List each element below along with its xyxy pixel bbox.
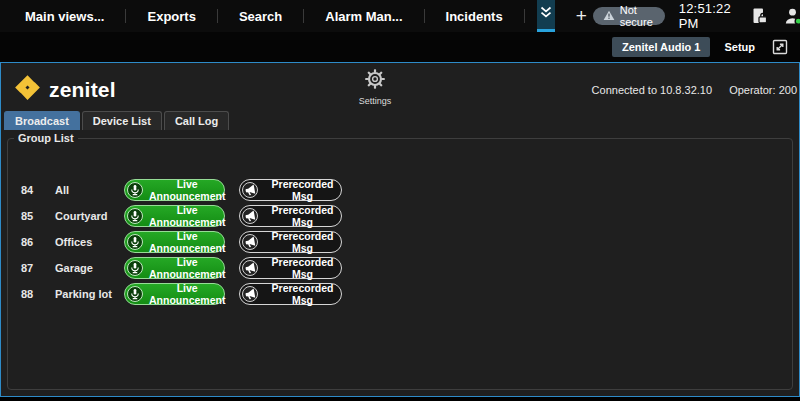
group-name: Courtyard [55,210,124,222]
microphone-icon [127,260,143,276]
tab-call-log[interactable]: Call Log [164,111,229,130]
workspace-tab[interactable]: Alarm Man... [304,0,423,32]
live-announcement-label: Live Announcement [149,230,225,254]
workspace-tab[interactable]: Search [218,0,303,32]
clock: 12:51:22 PM [679,1,735,31]
panel-tab-strip: Broadcast Device List Call Log [1,111,799,130]
group-name: Offices [55,236,124,248]
microphone-icon [127,286,143,302]
megaphone-icon [242,182,258,198]
plugin-toolbar: Zenitel Audio 1 Setup [0,32,800,62]
prerecorded-msg-label: Prerecorded Msg [264,204,341,228]
panel-header: zenitel [1,63,799,111]
prerecorded-msg-label: Prerecorded Msg [264,256,341,280]
operator-text: Operator: 200 [729,84,797,96]
group-list-title: Group List [14,132,78,144]
settings-label: Settings [353,96,397,106]
workspace-tab[interactable]: Main views... [4,0,125,32]
group-row: 88 Parking lot Live Announcement Prereco… [21,283,342,305]
megaphone-icon [242,286,258,302]
group-number: 87 [21,262,55,274]
not-secure-label: Not secure [620,4,655,28]
prerecorded-msg-button[interactable]: Prerecorded Msg [239,257,342,279]
prerecorded-msg-button[interactable]: Prerecorded Msg [239,231,342,253]
prerecorded-msg-label: Prerecorded Msg [264,282,341,306]
prerecorded-msg-label: Prerecorded Msg [264,178,341,202]
application-window: Main views... Exports Search Alarm Man..… [0,0,800,401]
group-row: 86 Offices Live Announcement Prerecorded… [21,231,342,253]
live-announcement-button[interactable]: Live Announcement [124,231,225,253]
prerecorded-msg-label: Prerecorded Msg [264,230,341,254]
warning-triangle-icon [603,10,615,23]
megaphone-icon [242,208,258,224]
group-name: Garage [55,262,124,274]
tab-device-list[interactable]: Device List [82,111,162,130]
microphone-icon [127,234,143,250]
collapse-workspace-tab[interactable] [537,0,555,32]
group-name: Parking lot [55,288,124,300]
setup-button[interactable]: Setup [724,41,755,53]
group-rows: 84 All Live Announcement Prerecorded Msg… [21,179,342,309]
double-chevron-down-icon [537,5,555,24]
megaphone-icon [242,234,258,250]
microphone-icon [127,182,143,198]
group-number: 86 [21,236,55,248]
prerecorded-msg-button[interactable]: Prerecorded Msg [239,205,342,227]
brand-name: zenitel [49,78,116,102]
not-secure-badge[interactable]: Not secure [593,7,665,25]
live-announcement-label: Live Announcement [149,178,225,202]
evidence-lock-icon[interactable] [749,5,769,27]
user-profile-icon[interactable] [783,5,800,27]
microphone-icon [127,208,143,224]
live-announcement-button[interactable]: Live Announcement [124,179,225,201]
live-announcement-label: Live Announcement [149,204,225,228]
zenitel-logo-icon [14,74,41,105]
zenitel-audio-view-button[interactable]: Zenitel Audio 1 [612,37,710,57]
expand-view-icon[interactable] [769,36,791,58]
zenitel-brand: zenitel [14,74,116,105]
group-number: 85 [21,210,55,222]
prerecorded-msg-button[interactable]: Prerecorded Msg [239,179,342,201]
topbar-right: Not secure 12:51:22 PM [593,0,800,32]
group-row: 85 Courtyard Live Announcement Prerecord… [21,205,342,227]
live-announcement-button[interactable]: Live Announcement [124,205,225,227]
group-number: 88 [21,288,55,300]
live-announcement-button[interactable]: Live Announcement [124,283,225,305]
group-number: 84 [21,184,55,196]
workspace-tab[interactable]: Incidents [425,0,524,32]
add-tab-button[interactable]: + [570,0,593,32]
settings-button[interactable]: Settings [353,67,397,106]
megaphone-icon [242,260,258,276]
group-row: 84 All Live Announcement Prerecorded Msg [21,179,342,201]
tab-separator [524,9,525,23]
tab-broadcast[interactable]: Broadcast [4,111,80,130]
connected-to-text: Connected to 10.8.32.10 [592,84,712,96]
zenitel-audio-panel: zenitel [0,62,800,397]
top-tabs: Main views... Exports Search Alarm Man..… [0,0,525,32]
group-row: 87 Garage Live Announcement Prerecorded … [21,257,342,279]
workspace-tab-bar: Main views... Exports Search Alarm Man..… [0,0,800,32]
group-name: All [55,184,124,196]
workspace-tab[interactable]: Exports [126,0,216,32]
live-announcement-button[interactable]: Live Announcement [124,257,225,279]
group-list-box: Group List 84 All Live Announcement Prer… [7,138,793,390]
gear-icon [363,77,387,94]
live-announcement-label: Live Announcement [149,282,225,306]
prerecorded-msg-button[interactable]: Prerecorded Msg [239,283,342,305]
live-announcement-label: Live Announcement [149,256,225,280]
connection-status: Connected to 10.8.32.10 Operator: 200 [592,84,797,96]
